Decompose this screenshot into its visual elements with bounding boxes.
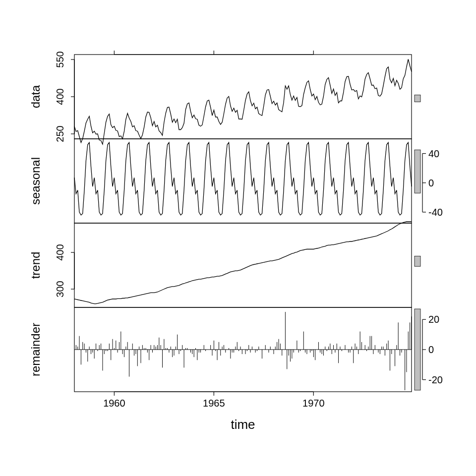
x-axis-title: time: [231, 417, 255, 432]
series-data: [74, 60, 412, 145]
stl-decomposition-chart: 250400550data-40040seasonal300400trend-2…: [0, 0, 476, 476]
ytick-label: 0: [428, 178, 434, 188]
ytick-label: -40: [428, 207, 443, 218]
panel-label-data: data: [29, 85, 42, 108]
range-bar: [415, 256, 420, 267]
ytick-label: 300: [55, 281, 65, 297]
panel-label-seasonal: seasonal: [29, 157, 42, 205]
xtick-label: 1960: [103, 398, 125, 409]
series-trend: [74, 222, 412, 304]
ytick-label: 400: [55, 88, 65, 105]
range-bar: [415, 150, 420, 193]
panel-label-remainder: remainder: [29, 323, 42, 376]
series-seasonal: [74, 142, 412, 215]
ytick-label: 400: [55, 244, 65, 260]
ytick-label: 0: [428, 344, 434, 355]
xtick-label: 1970: [302, 398, 325, 409]
ytick-label: -20: [428, 374, 443, 385]
xtick-label: 1965: [203, 398, 225, 409]
range-bar: [415, 309, 420, 390]
panel-label-trend: trend: [29, 252, 42, 279]
ytick-label: 20: [428, 314, 439, 325]
range-bar: [415, 95, 420, 102]
ytick-label: 550: [55, 51, 65, 67]
ytick-label: 40: [428, 148, 439, 159]
ytick-label: 250: [55, 125, 65, 142]
svg-rect-10: [74, 223, 412, 307]
